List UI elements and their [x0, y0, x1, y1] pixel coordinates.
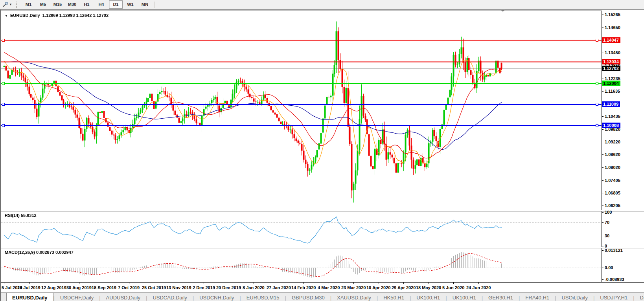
symbol-tab-fra40-h1[interactable]: FRA40,H1 [520, 293, 555, 301]
axis-tickmark [602, 212, 604, 213]
axis-tickmark [602, 53, 604, 53]
rsi-axis-tick: 30 [605, 233, 609, 238]
timeframe-button-w1[interactable]: W1 [123, 0, 137, 9]
timeframe-button-m15[interactable]: M15 [51, 0, 64, 9]
rsi-panel-canvas[interactable] [1, 211, 602, 247]
chart-symbol-period: EURUSD,Daily [10, 13, 40, 18]
symbol-dropdown-icon[interactable]: ▼ [5, 14, 8, 18]
hline-price-label: 1.12004 [602, 81, 620, 86]
price-axis-tick: 1.08020 [605, 165, 620, 170]
symbol-tab-uk100-h1[interactable]: UK100,H1 [411, 293, 445, 301]
hline-price-label: 1.13034 [602, 59, 620, 64]
price-axis-border [602, 11, 602, 282]
axis-tickmark [602, 279, 604, 280]
price-chart-canvas[interactable] [1, 11, 602, 210]
timeframe-button-h4[interactable]: H4 [94, 0, 108, 9]
price-axis-tick: 1.08620 [605, 152, 620, 157]
chart-tool-button[interactable]: ▼ [0, 2, 14, 7]
symbol-tab-eurusd-daily[interactable]: EURUSD,Daily [6, 293, 53, 301]
price-axis-tick: 1.10435 [605, 114, 620, 119]
current-price-label: 1.12702 [602, 66, 620, 71]
date-axis-label: 8 Jan 2020 [243, 285, 265, 290]
symbol-tab-ger30-h1[interactable]: GER30,H1 [483, 293, 519, 301]
date-axis-label: 14 Feb 2020 [291, 285, 316, 290]
mt4-terminal: ▼ M1M5M15M30H1H4D1W1MN ▼EURUSD,Daily 1.1… [0, 0, 644, 301]
symbol-tab-uk100-h1[interactable]: UK100,H1 [447, 293, 482, 301]
date-tickmark [29, 283, 29, 284]
date-axis-label: 10 Apr 2020 [366, 285, 390, 290]
price-axis-tick: 1.06805 [605, 191, 620, 195]
axis-tickmark [602, 167, 604, 168]
hline-price-label: 1.10008 [602, 123, 620, 128]
axis-tickmark [602, 15, 604, 15]
symbol-tab-usdjpy-h1[interactable]: USDJPY,H1 [594, 293, 633, 301]
symbol-tab-xauusd-daily[interactable]: XAUUSD,Daily [331, 293, 377, 301]
toolbar-grip[interactable] [16, 2, 18, 8]
axis-tickmark [602, 142, 604, 142]
date-axis-label: 12 Aug 2019 [41, 285, 66, 290]
macd-panel-canvas[interactable] [1, 248, 602, 282]
date-axis-label: 13 Nov 2019 [166, 285, 191, 290]
date-tickmark [379, 283, 379, 284]
date-tickmark [429, 283, 429, 284]
symbol-tab-audusd-daily[interactable]: AUDUSD,Daily [101, 293, 146, 301]
date-tickmark [478, 283, 479, 284]
toolbar-divider [155, 2, 155, 8]
axis-tickmark [602, 91, 604, 92]
date-tickmark [179, 283, 179, 284]
timeframe-button-h1[interactable]: H1 [80, 0, 94, 9]
timeframe-button-m1[interactable]: M1 [22, 0, 35, 9]
axis-tickmark [602, 250, 604, 251]
symbol-tab-dj30-m15[interactable]: DJ30,M15 [635, 293, 644, 301]
panel-splitter-rsi[interactable] [1, 210, 644, 211]
hline-price-label: 1.14047 [602, 37, 620, 43]
date-tickmark [54, 283, 54, 284]
macd-indicator-label: MACD(12,26,9) 0.002873 0.002947 [5, 250, 74, 255]
date-tickmark [129, 283, 129, 284]
date-axis-label: 25 Oct 2019 [142, 285, 166, 290]
date-axis[interactable]: 5 Jul 201924 Jul 201912 Aug 201930 Aug 2… [1, 282, 644, 293]
date-axis-label: 18 May 2020 [416, 285, 441, 290]
date-tickmark [4, 283, 4, 284]
symbol-tab-usdcnh-daily[interactable]: USDCNH,Daily [194, 293, 239, 301]
date-axis-label: 18 Sep 2019 [92, 285, 116, 290]
date-tickmark [79, 283, 79, 284]
date-axis-label: 23 Mar 2020 [341, 285, 366, 290]
symbol-tab-usdcad-daily[interactable]: USDCAD,Daily [147, 293, 192, 301]
axis-tickmark [602, 180, 604, 181]
date-tickmark [353, 283, 354, 284]
chart-title: ▼EURUSD,Daily 1.12969 1.12993 1.12642 1.… [5, 13, 109, 18]
timeframe-button-m5[interactable]: M5 [36, 0, 50, 9]
date-tickmark [453, 283, 454, 284]
date-axis-label: 30 Aug 2019 [66, 285, 92, 290]
axis-tickmark [602, 206, 604, 206]
plot-top-border [1, 11, 602, 11]
price-axis-tick: 1.09220 [605, 139, 620, 144]
price-axis-tick: 1.06205 [605, 203, 620, 208]
date-axis-label: 29 Apr 2020 [392, 285, 416, 290]
date-tickmark [229, 283, 229, 284]
crosshair-pencil-icon [2, 2, 8, 7]
axis-tickmark [602, 236, 604, 236]
date-axis-label: 4 Mar 2020 [318, 285, 340, 290]
symbol-tab-usdchf-daily[interactable]: USDCHF,Daily [55, 293, 99, 301]
price-axis-tick: 1.07405 [605, 178, 620, 183]
panel-splitter-macd[interactable] [1, 247, 644, 248]
date-tickmark [304, 283, 304, 284]
symbol-tab-gbpusd-m30[interactable]: GBPUSD,M30 [286, 293, 330, 301]
price-axis-tick: 1.14650 [605, 25, 620, 30]
symbol-tab-bar: EURUSD,Daily|USDCHF,Daily|AUDUSD,Daily|U… [1, 292, 644, 301]
symbol-tab-hk50-h1[interactable]: HK50,H1 [378, 293, 410, 301]
timeframe-button-mn[interactable]: MN [138, 0, 152, 9]
date-tickmark [329, 283, 329, 284]
date-axis-label: 24 Jul 2019 [17, 285, 40, 290]
macd-axis-tick: -0.008933 [605, 277, 624, 282]
symbol-tab-usoil-daily[interactable]: USOil,Daily [556, 293, 593, 301]
timeframe-button-d1[interactable]: D1 [109, 0, 123, 9]
axis-tickmark [602, 79, 604, 79]
rsi-axis-tick: 70 [605, 220, 609, 225]
date-tickmark [403, 283, 404, 284]
symbol-tab-eurusd-m15[interactable]: EURUSD,M15 [241, 293, 285, 301]
timeframe-button-m30[interactable]: M30 [65, 0, 79, 9]
axis-tickmark [602, 193, 604, 193]
